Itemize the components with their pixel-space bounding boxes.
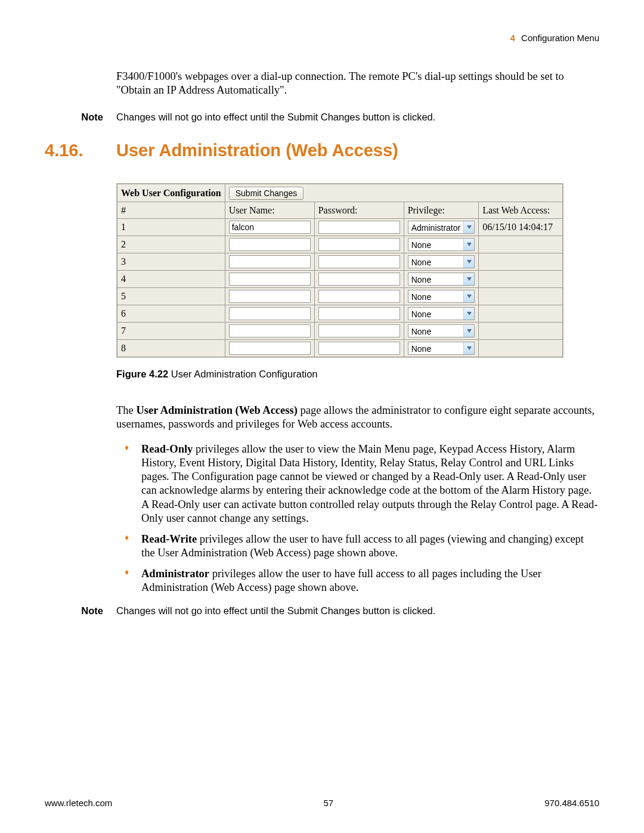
row-number: 6 bbox=[117, 305, 225, 323]
table-row: 5None bbox=[117, 288, 563, 305]
figure-caption: Figure 4.22 User Administration Configur… bbox=[116, 368, 599, 380]
username-input[interactable] bbox=[229, 255, 311, 268]
password-input[interactable] bbox=[318, 221, 400, 234]
figure-user-config: Web User Configuration Submit Changes # … bbox=[116, 183, 564, 358]
privilege-select[interactable]: None bbox=[408, 342, 475, 355]
table-title: Web User Configuration bbox=[117, 184, 225, 202]
col-header-last-access: Last Web Access: bbox=[479, 202, 563, 219]
note-row-1: Note Changes will not go into effect unt… bbox=[45, 112, 599, 123]
chevron-down-icon[interactable] bbox=[463, 342, 474, 354]
section-number: 4.16. bbox=[45, 141, 116, 160]
privilege-select[interactable]: None bbox=[408, 255, 475, 268]
chevron-down-icon[interactable] bbox=[463, 221, 474, 233]
last-web-access bbox=[479, 323, 563, 340]
note-row-2: Note Changes will not go into effect unt… bbox=[45, 605, 599, 617]
last-web-access bbox=[479, 288, 563, 305]
chevron-down-icon[interactable] bbox=[463, 239, 474, 250]
page-header: 4 Configuration Menu bbox=[45, 33, 599, 43]
username-input[interactable] bbox=[229, 307, 311, 320]
chevron-down-icon[interactable] bbox=[463, 273, 474, 285]
chevron-down-icon[interactable] bbox=[463, 308, 474, 320]
privilege-read-only: Read-Only privileges allow the user to v… bbox=[131, 442, 599, 525]
username-input[interactable] bbox=[229, 221, 311, 234]
privilege-select-value: None bbox=[408, 308, 463, 320]
chevron-down-icon[interactable] bbox=[463, 256, 474, 268]
username-input[interactable] bbox=[229, 290, 311, 303]
table-row: 6None bbox=[117, 305, 563, 323]
page-footer: www.rletech.com 57 970.484.6510 bbox=[45, 798, 599, 808]
footer-page-number: 57 bbox=[323, 798, 333, 808]
note-label: Note bbox=[45, 112, 116, 123]
row-number: 7 bbox=[117, 323, 225, 340]
password-input[interactable] bbox=[318, 255, 400, 268]
username-input[interactable] bbox=[229, 324, 311, 337]
privilege-select[interactable]: None bbox=[408, 290, 475, 303]
last-web-access: 06/15/10 14:04:17 bbox=[479, 219, 563, 236]
chevron-down-icon[interactable] bbox=[463, 290, 474, 302]
col-header-password: Password: bbox=[314, 202, 404, 219]
password-input[interactable] bbox=[318, 290, 400, 303]
table-row: 8None bbox=[117, 340, 563, 357]
username-input[interactable] bbox=[229, 272, 311, 286]
user-config-table: Web User Configuration Submit Changes # … bbox=[117, 184, 563, 357]
privilege-select[interactable]: None bbox=[408, 324, 475, 337]
password-input[interactable] bbox=[318, 342, 400, 355]
note-label-2: Note bbox=[45, 605, 116, 617]
priv-read-only-text: privileges allow the user to view the Ma… bbox=[141, 443, 598, 524]
priv-read-write-bold: Read-Write bbox=[141, 533, 197, 545]
submit-changes-button[interactable]: Submit Changes bbox=[229, 187, 304, 200]
section-heading: 4.16. User Administration (Web Access) bbox=[45, 141, 599, 160]
user-admin-paragraph: The User Administration (Web Access) pag… bbox=[116, 404, 599, 431]
row-number: 5 bbox=[117, 288, 225, 305]
intro-paragraph: F3400/F1000's webpages over a dial-up co… bbox=[116, 70, 599, 97]
footer-right: 970.484.6510 bbox=[544, 798, 599, 808]
privilege-select-value: Administrator bbox=[408, 221, 463, 233]
privilege-select-value: None bbox=[408, 256, 463, 268]
figure-label: Figure 4.22 bbox=[116, 368, 168, 379]
chevron-down-icon[interactable] bbox=[463, 325, 474, 337]
privilege-read-write: Read-Write privileges allow the user to … bbox=[131, 532, 599, 560]
last-web-access bbox=[479, 305, 563, 323]
priv-read-only-bold: Read-Only bbox=[141, 443, 193, 455]
table-row: 2None bbox=[117, 236, 563, 253]
row-number: 3 bbox=[117, 253, 225, 271]
privilege-select[interactable]: None bbox=[408, 307, 475, 320]
privilege-select[interactable]: Administrator bbox=[408, 221, 475, 234]
table-row: 1Administrator06/15/10 14:04:17 bbox=[117, 219, 563, 236]
privilege-select-value: None bbox=[408, 273, 463, 285]
privilege-select-value: None bbox=[408, 239, 463, 250]
col-header-username: User Name: bbox=[225, 202, 314, 219]
figure-caption-text: User Administration Configuration bbox=[168, 368, 317, 379]
privilege-list: Read-Only privileges allow the user to v… bbox=[116, 442, 599, 594]
last-web-access bbox=[479, 340, 563, 357]
password-input[interactable] bbox=[318, 324, 400, 337]
last-web-access bbox=[479, 253, 563, 271]
password-input[interactable] bbox=[318, 272, 400, 286]
password-input[interactable] bbox=[318, 238, 400, 251]
footer-left: www.rletech.com bbox=[45, 798, 112, 808]
note-text-2: Changes will not go into effect until th… bbox=[116, 605, 599, 617]
privilege-select-value: None bbox=[408, 290, 463, 302]
username-input[interactable] bbox=[229, 342, 311, 355]
section-title: User Administration (Web Access) bbox=[116, 141, 398, 160]
note-text: Changes will not go into effect until th… bbox=[116, 112, 599, 123]
row-number: 4 bbox=[117, 271, 225, 288]
priv-admin-bold: Administrator bbox=[141, 568, 209, 580]
user-admin-bold: User Administration (Web Access) bbox=[136, 404, 297, 416]
table-row: 3None bbox=[117, 253, 563, 271]
username-input[interactable] bbox=[229, 238, 311, 251]
col-header-num: # bbox=[117, 202, 225, 219]
last-web-access bbox=[479, 236, 563, 253]
privilege-select-value: None bbox=[408, 325, 463, 337]
row-number: 2 bbox=[117, 236, 225, 253]
password-input[interactable] bbox=[318, 307, 400, 320]
privilege-administrator: Administrator privileges allow the user … bbox=[131, 567, 599, 594]
privilege-select[interactable]: None bbox=[408, 238, 475, 251]
user-admin-prefix: The bbox=[116, 404, 136, 416]
chapter-name: Configuration Menu bbox=[521, 33, 599, 43]
row-number: 8 bbox=[117, 340, 225, 357]
privilege-select[interactable]: None bbox=[408, 272, 475, 286]
table-row: 7None bbox=[117, 323, 563, 340]
privilege-select-value: None bbox=[408, 342, 463, 354]
table-row: 4None bbox=[117, 271, 563, 288]
